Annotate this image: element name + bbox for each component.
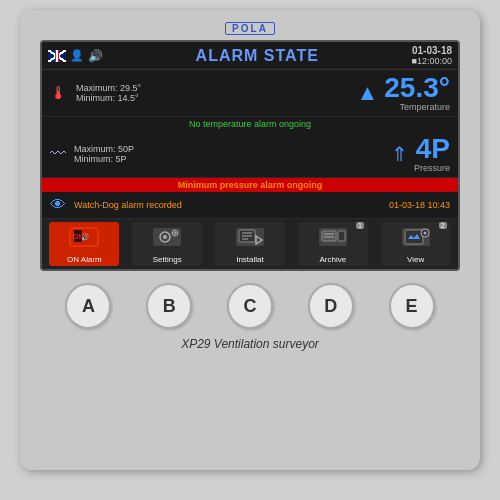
pressure-min-label: Minimum: xyxy=(74,154,113,164)
pressure-max-row: Maximum: 50P xyxy=(74,144,391,154)
nav-item-on-alarm[interactable]: 🔊 ON ON Alarm xyxy=(49,222,119,266)
button-e[interactable]: E xyxy=(389,283,435,329)
buttons-row: A B C D E xyxy=(28,271,472,335)
person-icon: 👤 xyxy=(70,49,84,62)
temp-min-row: Minimum: 14.5° xyxy=(76,93,357,103)
watchdog-label: Watch-Dog alarm recorded xyxy=(74,200,381,210)
pressure-value-block: 4P Pressure xyxy=(414,135,450,173)
nav-bar: 🔊 ON ON Alarm xyxy=(42,219,458,269)
nav-settings-icon-area xyxy=(148,224,186,254)
nav-archive-label: Archive xyxy=(319,255,346,264)
temp-max-value: 29.5° xyxy=(120,83,141,93)
device-title: XP29 Ventilation surveyor xyxy=(181,337,319,351)
temp-no-alarm-text: No temperature alarm ongoing xyxy=(42,117,458,131)
flag-icon xyxy=(48,50,66,62)
pressure-wave-icon: 〰 xyxy=(50,145,66,163)
button-c[interactable]: C xyxy=(227,283,273,329)
nav-view-label: View xyxy=(407,255,424,264)
button-d[interactable]: D xyxy=(308,283,354,329)
temp-arrow-block: ▲ xyxy=(357,82,379,104)
pressure-alarm-text: Minimum pressure alarm ongoing xyxy=(178,180,323,190)
settings-nav-icon xyxy=(151,226,183,252)
temp-unit-label: Temperature xyxy=(384,102,450,112)
pressure-labels: Maximum: 50P Minimum: 5P xyxy=(74,144,391,164)
button-a[interactable]: A xyxy=(65,283,111,329)
device-frame: POLA 👤 🔊 ALARM STATE 01-03-18 ■12:00:00 … xyxy=(20,10,480,470)
screen: 👤 🔊 ALARM STATE 01-03-18 ■12:00:00 🌡 Max… xyxy=(40,40,460,271)
pressure-double-arrow-icon: ⇑ xyxy=(391,144,408,164)
header-datetime: 01-03-18 ■12:00:00 xyxy=(412,45,452,66)
nav-view-badge: 2 xyxy=(439,222,447,229)
temp-up-arrow-icon: ▲ xyxy=(357,82,379,104)
svg-rect-16 xyxy=(322,231,336,241)
svg-point-23 xyxy=(423,232,426,235)
nav-item-settings[interactable]: Settings xyxy=(132,222,202,266)
temp-labels: Maximum: 29.5° Minimum: 14.5° xyxy=(76,83,357,103)
temp-max-label: Maximum: xyxy=(76,83,118,93)
nav-archive-badge: 1 xyxy=(356,222,364,229)
temp-max-row: Maximum: 29.5° xyxy=(76,83,357,93)
alarm-state-title: ALARM STATE xyxy=(103,47,412,65)
thermometer-icon: 🌡 xyxy=(50,83,68,104)
watchdog-section: 👁 Watch-Dog alarm recorded 01-03-18 10:4… xyxy=(42,192,458,219)
nav-installat-icon-area xyxy=(231,224,269,254)
pressure-alarm-bar: Minimum pressure alarm ongoing xyxy=(42,178,458,192)
nav-archive-icon-area xyxy=(314,224,352,254)
svg-text:ON: ON xyxy=(73,233,84,240)
pressure-max-value: 50P xyxy=(118,144,134,154)
header-date: 01-03-18 xyxy=(412,45,452,56)
speaker-header-icon: 🔊 xyxy=(88,49,103,63)
temp-min-label: Minimum: xyxy=(76,93,115,103)
pressure-min-row: Minimum: 5P xyxy=(74,154,391,164)
header-left-icons: 👤 🔊 xyxy=(48,49,103,63)
archive-nav-icon xyxy=(317,226,349,252)
temp-min-value: 14.5° xyxy=(118,93,139,103)
nav-alarm-label: ON Alarm xyxy=(67,255,102,264)
pressure-unit-label: Pressure xyxy=(414,163,450,173)
pressure-current-value: 4P xyxy=(414,135,450,163)
temp-current-value: 25.3° xyxy=(384,74,450,102)
header-time: ■12:00:00 xyxy=(412,56,452,66)
watchdog-datetime: 01-03-18 10:43 xyxy=(389,200,450,210)
nav-installat-label: Installat xyxy=(236,255,264,264)
installat-nav-icon xyxy=(234,226,266,252)
pressure-section: 〰 Maximum: 50P Minimum: 5P ⇑ 4P Pressure xyxy=(42,131,458,178)
pressure-arrow-block: ⇑ xyxy=(391,144,408,164)
temp-value-block: 25.3° Temperature xyxy=(384,74,450,112)
nav-view-icon-area xyxy=(397,224,435,254)
svg-rect-17 xyxy=(338,231,345,241)
pressure-min-value: 5P xyxy=(116,154,127,164)
svg-point-6 xyxy=(163,235,167,239)
svg-rect-21 xyxy=(405,230,423,244)
brand-bar: POLA xyxy=(28,18,472,36)
button-b[interactable]: B xyxy=(146,283,192,329)
nav-alarm-icon-area: 🔊 ON xyxy=(65,224,103,254)
brand-text: POLA xyxy=(225,22,275,35)
view-nav-icon xyxy=(400,226,432,252)
nav-item-installat[interactable]: Installat xyxy=(215,222,285,266)
eye-icon: 👁 xyxy=(50,196,66,214)
nav-item-archive[interactable]: 1 Archive xyxy=(298,222,368,266)
nav-item-view[interactable]: 2 View xyxy=(381,222,451,266)
nav-settings-label: Settings xyxy=(153,255,182,264)
screen-header: 👤 🔊 ALARM STATE 01-03-18 ■12:00:00 xyxy=(42,42,458,70)
temperature-section: 🌡 Maximum: 29.5° Minimum: 14.5° ▲ 25.3° … xyxy=(42,70,458,117)
pressure-max-label: Maximum: xyxy=(74,144,116,154)
alarm-nav-icon: 🔊 ON xyxy=(68,226,100,252)
